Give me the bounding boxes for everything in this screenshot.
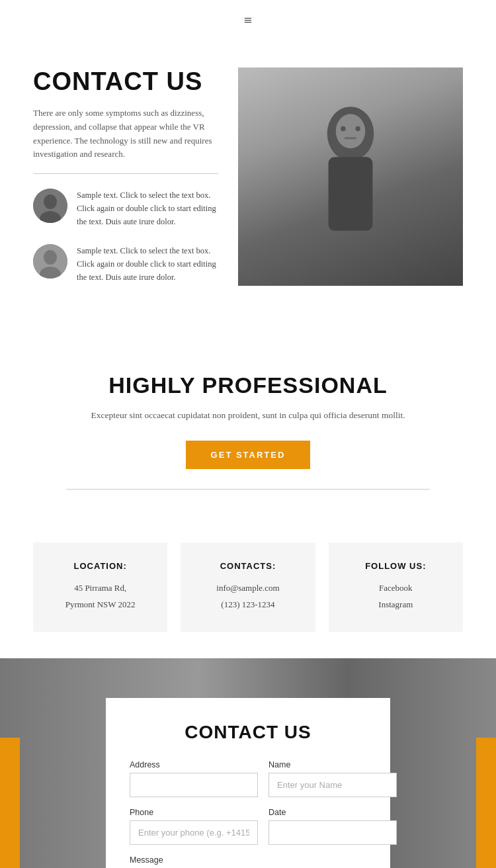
message-group: Message xyxy=(130,855,366,868)
svg-rect-7 xyxy=(329,157,373,230)
person-2-text: Sample text. Click to select the text bo… xyxy=(77,244,218,284)
svg-point-1 xyxy=(44,195,57,209)
location-card: LOCATION: 45 Pirrama Rd, Pyrmont NSW 202… xyxy=(33,542,167,631)
follow-card: FOLLOW US: Facebook Instagram xyxy=(329,542,463,631)
avatar-2 xyxy=(33,244,67,279)
contacts-content: info@sample.com (123) 123-1234 xyxy=(194,580,302,613)
date-label: Date xyxy=(269,808,397,817)
location-title: LOCATION: xyxy=(46,561,154,571)
follow-content: Facebook Instagram xyxy=(342,580,450,613)
professional-title: HIGHLY PROFESSIONAL xyxy=(33,372,463,398)
svg-point-4 xyxy=(44,250,57,265)
address-label: Address xyxy=(130,760,258,769)
contact-right-column xyxy=(238,67,463,300)
contact-top-section: CONTACT US There are only some symptoms … xyxy=(0,41,496,333)
svg-point-10 xyxy=(355,126,360,131)
orange-accent-left xyxy=(0,738,20,868)
contact-left-column: CONTACT US There are only some symptoms … xyxy=(33,67,218,300)
name-input[interactable] xyxy=(269,773,397,797)
photo-bw-overlay xyxy=(238,67,463,286)
section-divider xyxy=(33,173,218,174)
name-label: Name xyxy=(269,760,397,769)
address-input[interactable] xyxy=(130,773,258,797)
name-group: Name xyxy=(269,760,397,797)
professional-description: Excepteur sint occaecat cupidatat non pr… xyxy=(33,410,463,421)
svg-point-8 xyxy=(336,114,366,148)
contact-form-section: CONTACT US Address Name Phone Date M xyxy=(0,658,496,868)
form-row-address-name: Address Name xyxy=(130,760,366,797)
contact-title: CONTACT US xyxy=(33,67,218,96)
person-item-1: Sample text. Click to select the text bo… xyxy=(33,189,218,228)
contact-description: There are only some symptoms such as diz… xyxy=(33,107,218,161)
date-input[interactable] xyxy=(269,820,397,845)
contacts-title: CONTACTS: xyxy=(194,561,302,571)
svg-point-9 xyxy=(341,126,345,131)
date-group: Date xyxy=(269,808,397,845)
navigation: ≡ xyxy=(0,0,496,41)
person-1-text: Sample text. Click to select the text bo… xyxy=(77,189,218,228)
phone-input[interactable] xyxy=(130,820,258,845)
form-title: CONTACT US xyxy=(130,722,366,743)
orange-accent-right xyxy=(476,738,496,868)
portrait-photo xyxy=(238,67,463,286)
phone-group: Phone xyxy=(130,808,258,845)
hamburger-icon[interactable]: ≡ xyxy=(244,12,252,29)
follow-title: FOLLOW US: xyxy=(342,561,450,571)
professional-divider xyxy=(66,489,430,490)
message-label: Message xyxy=(130,855,366,865)
phone-label: Phone xyxy=(130,808,258,817)
get-started-button[interactable]: GET STARTED xyxy=(186,441,311,469)
form-row-phone-date: Phone Date xyxy=(130,808,366,845)
avatar-1 xyxy=(33,189,67,223)
svg-rect-11 xyxy=(345,138,357,140)
info-cards-row: LOCATION: 45 Pirrama Rd, Pyrmont NSW 202… xyxy=(0,516,496,658)
location-content: 45 Pirrama Rd, Pyrmont NSW 2022 xyxy=(46,580,154,613)
contact-form-card: CONTACT US Address Name Phone Date M xyxy=(106,698,390,868)
professional-section: HIGHLY PROFESSIONAL Excepteur sint occae… xyxy=(0,333,496,516)
person-item-2: Sample text. Click to select the text bo… xyxy=(33,244,218,284)
contacts-card: CONTACTS: info@sample.com (123) 123-1234 xyxy=(181,542,315,631)
form-row-message: Message xyxy=(130,855,366,868)
address-group: Address xyxy=(130,760,258,797)
